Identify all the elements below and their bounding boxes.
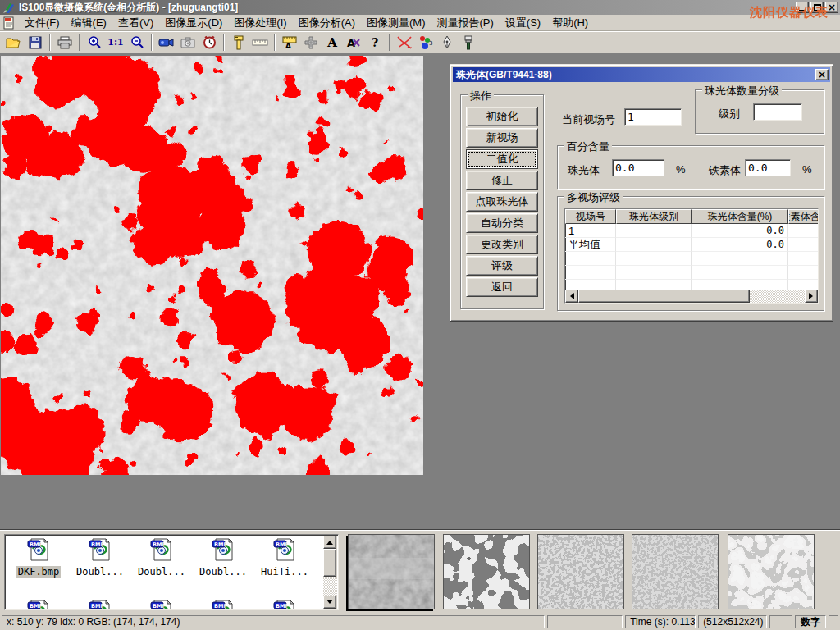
red-spline-icon — [396, 35, 413, 50]
thumbnail-2[interactable] — [443, 534, 530, 609]
menu-item-4[interactable]: 图像显示(D) — [159, 14, 228, 32]
spline-tool-button[interactable] — [395, 34, 414, 52]
table-header-3[interactable]: 珠光体含量(%) — [692, 209, 788, 224]
minimize-button[interactable] — [796, 2, 809, 13]
op-button-4[interactable]: 修正 — [466, 171, 538, 190]
menu-item-9[interactable]: 设置(S) — [500, 14, 546, 32]
caliper-measure-button[interactable] — [229, 34, 249, 52]
zoom-out-button[interactable] — [127, 34, 147, 52]
image-size-status: (512x512x24) — [698, 615, 767, 628]
menu-item-3[interactable]: 查看(V) — [112, 14, 159, 32]
dialog-close-button[interactable]: × — [815, 69, 829, 80]
menu-item-5[interactable]: 图像处理(I) — [228, 14, 292, 32]
file-item-5[interactable]: BMPHuiTi... — [254, 537, 315, 578]
file-item-4[interactable]: BMPDoubl... — [193, 537, 253, 578]
pearlite-value-input[interactable] — [612, 159, 664, 176]
op-button-6[interactable]: 自动分类 — [466, 213, 538, 233]
specimen-image[interactable] — [1, 56, 423, 475]
grid-overlay-button[interactable] — [301, 34, 321, 52]
table-header-2[interactable]: 珠光体级别 — [616, 209, 692, 224]
actual-size-button[interactable]: 1:1 — [106, 34, 126, 52]
scroll-up-button[interactable] — [323, 536, 336, 549]
op-button-1[interactable]: 初始化 — [466, 107, 538, 126]
thumbnail-5[interactable] — [728, 534, 815, 609]
save-button[interactable] — [25, 34, 45, 52]
level-input[interactable] — [753, 103, 802, 121]
scroll-thumb[interactable] — [323, 549, 336, 577]
menu-item-2[interactable]: 编辑(E) — [66, 14, 112, 32]
scroll-right-button[interactable] — [805, 290, 818, 303]
menu-item-7[interactable]: 图像测量(M) — [361, 14, 431, 32]
file-item-2[interactable]: BMPDoubl... — [70, 537, 130, 578]
svg-text:A: A — [285, 42, 291, 49]
thumbnail-3[interactable] — [537, 534, 624, 609]
phase-classify-button[interactable]: 3 — [416, 34, 436, 52]
help-button[interactable]: ? — [365, 34, 385, 52]
menu-item-6[interactable]: 图像分析(A) — [293, 14, 361, 32]
file-item-3[interactable]: BMPDoubl... — [131, 537, 192, 578]
ruler-measure-button[interactable] — [250, 34, 270, 52]
time-status: Time (s): 0.113 — [625, 615, 696, 628]
table-row[interactable]: 10.0 — [565, 224, 818, 238]
svg-text:BMP: BMP — [30, 541, 43, 548]
close-button[interactable]: × — [825, 2, 838, 13]
file-item-row2-2[interactable]: BMP — [70, 599, 130, 610]
scroll-down-button[interactable] — [323, 596, 336, 609]
bmp-file-icon: BMP — [272, 537, 297, 562]
text-annotation-button[interactable]: A — [322, 34, 342, 52]
table-row-empty — [565, 252, 818, 266]
op-button-9[interactable]: 返回 — [466, 277, 538, 297]
table-cell — [616, 266, 692, 280]
table-row-empty — [565, 266, 818, 280]
file-list-scrollbar[interactable] — [323, 536, 337, 609]
title-bar[interactable]: IS100显微摄像系统(金相分析版) - [zhuguangti01] × — [0, 0, 840, 15]
ferrite-value-input[interactable] — [745, 159, 791, 176]
document-icon[interactable] — [2, 16, 16, 30]
table-cell — [565, 252, 616, 266]
file-item-row2-4[interactable]: BMP — [193, 599, 253, 610]
pick-tool-button[interactable] — [437, 34, 457, 52]
op-button-5[interactable]: 点取珠光体 — [466, 192, 538, 212]
scroll-left-button[interactable] — [565, 290, 578, 303]
op-button-2[interactable]: 新视场 — [466, 128, 538, 148]
ruler-icon — [252, 39, 268, 47]
scroll-track[interactable] — [323, 577, 337, 596]
op-button-3[interactable]: 二值化 — [466, 149, 538, 169]
menu-item-8[interactable]: 测量报告(P) — [431, 14, 499, 32]
video-capture-button[interactable] — [157, 34, 176, 52]
current-field-input[interactable] — [624, 108, 682, 126]
thumbnail-1[interactable] — [348, 534, 435, 609]
operations-group-label: 操作 — [468, 89, 494, 103]
scale-annotation-button[interactable]: A — [280, 34, 299, 52]
menu-item-1[interactable]: 文件(F) — [19, 14, 66, 32]
table-h-scrollbar[interactable] — [565, 290, 818, 303]
file-item-row2-1[interactable]: BMP — [8, 599, 69, 610]
table-cell: 1 — [565, 224, 616, 238]
menu-item-10[interactable]: 帮助(H) — [546, 14, 594, 32]
empty-status-panel — [829, 615, 838, 628]
file-item-row2-3[interactable]: BMP — [131, 599, 192, 610]
zoom-in-button[interactable] — [84, 34, 104, 52]
table-header-4[interactable]: 铁素体含量(%) — [788, 209, 819, 224]
table-cell — [788, 252, 819, 266]
operations-group: 操作 初始化新视场二值化修正点取珠光体自动分类更改类别评级返回 — [460, 94, 544, 309]
maximize-button[interactable] — [810, 2, 824, 13]
snapshot-button[interactable] — [178, 34, 198, 52]
op-button-8[interactable]: 评级 — [466, 256, 538, 276]
dialog-title-bar[interactable]: 珠光体(GB/T9441-88) × — [453, 67, 830, 82]
file-item-1[interactable]: BMPDKF.bmp — [8, 537, 69, 578]
scroll-track[interactable] — [750, 290, 805, 303]
table-cell — [616, 238, 692, 252]
open-button[interactable] — [4, 34, 24, 52]
thumbnail-4[interactable] — [632, 534, 719, 609]
print-button[interactable] — [55, 34, 75, 52]
scroll-thumb[interactable] — [578, 290, 750, 303]
timer-button[interactable] — [199, 34, 219, 52]
fill-tool-button[interactable] — [459, 34, 478, 52]
file-item-row2-5[interactable]: BMP — [254, 599, 315, 610]
table-header-1[interactable]: 视场号 — [565, 209, 616, 224]
svg-text:BMP: BMP — [153, 603, 166, 609]
text-style-button[interactable]: A — [344, 34, 363, 52]
table-row[interactable]: 平均值0.0 — [565, 238, 818, 252]
op-button-7[interactable]: 更改类别 — [466, 235, 538, 254]
